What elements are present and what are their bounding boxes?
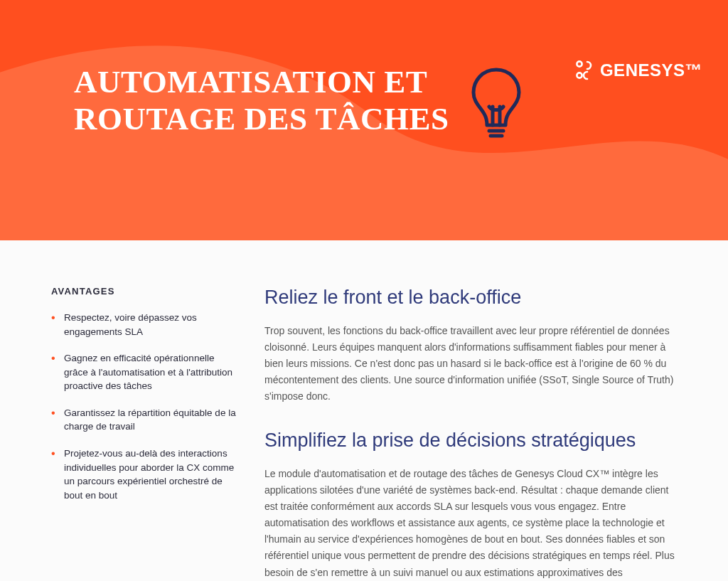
content-area: AVANTAGES Respectez, voire dépassez vos …: [0, 240, 728, 581]
lightbulb-icon: [466, 64, 527, 142]
section-body: Trop souvent, les fonctions du back-offi…: [264, 323, 680, 405]
page-title: AUTOMATISATION ET ROUTAGE DES TÂCHES: [74, 64, 449, 138]
section-heading: Reliez le front et le back-office: [264, 286, 680, 310]
benefits-heading: AVANTAGES: [51, 286, 236, 297]
hero-banner: GENESYS™ AUTOMATISATION ET ROUTAGE DES T…: [0, 0, 728, 240]
benefit-item: Gagnez en efficacité opérationnelle grâc…: [51, 351, 236, 393]
main-content: Reliez le front et le back-office Trop s…: [264, 286, 694, 581]
benefits-list: Respectez, voire dépassez vos engagement…: [51, 311, 236, 502]
benefit-item: Projetez-vous au-delà des interactions i…: [51, 447, 236, 502]
section-heading: Simplifiez la prise de décisions stratég…: [264, 429, 680, 453]
benefit-item: Respectez, voire dépassez vos engagement…: [51, 311, 236, 339]
section-body: Le module d'automatisation et de routage…: [264, 466, 680, 581]
benefits-sidebar: AVANTAGES Respectez, voire dépassez vos …: [51, 286, 236, 581]
benefit-item: Garantissez la répartition équitable de …: [51, 406, 236, 434]
